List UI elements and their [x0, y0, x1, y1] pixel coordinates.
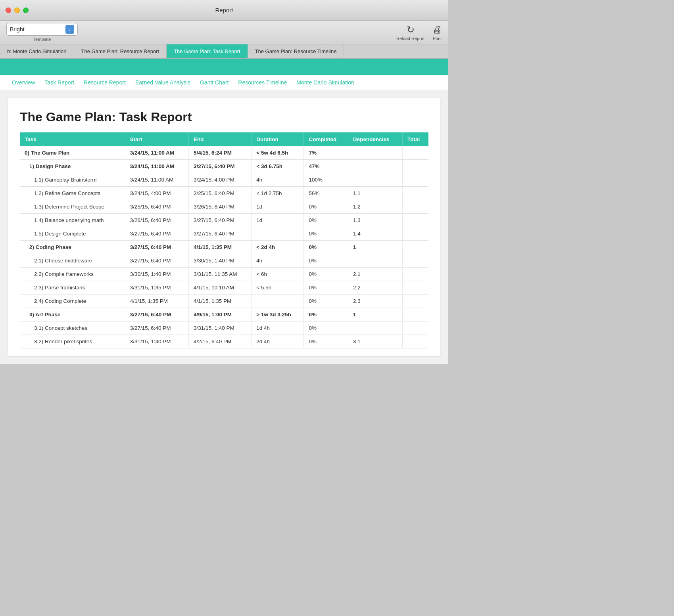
cell-dependencies: 3.1	[348, 335, 402, 348]
cell-duration: < 2d 4h	[252, 241, 304, 254]
cell-end: 3/31/15, 11:35 AM	[189, 268, 252, 281]
reload-label: Reload Report	[396, 36, 424, 41]
cell-start: 3/31/15, 1:40 PM	[125, 335, 188, 348]
nav-link-earned-value[interactable]: Earned Value Analysis	[135, 79, 190, 86]
report-header-banner	[0, 59, 448, 75]
cell-duration: 4h	[252, 173, 304, 187]
cell-task: 1.4) Balance underlying math	[20, 214, 125, 227]
cell-duration: 4h	[252, 254, 304, 268]
table-row: 1.2) Refine Game Concepts3/24/15, 4:00 P…	[20, 187, 428, 200]
cell-total	[402, 187, 428, 200]
cell-total	[402, 308, 428, 321]
cell-start: 3/27/15, 6:40 PM	[125, 254, 188, 268]
tab-task-report[interactable]: The Game Plan: Task Report	[167, 44, 248, 58]
cell-completed: 0%	[304, 200, 348, 214]
cell-start: 4/1/15, 1:35 PM	[125, 295, 188, 308]
cell-completed: 0%	[304, 308, 348, 321]
table-row: 1.3) Determine Project Scope3/25/15, 6:4…	[20, 200, 428, 214]
table-header: TaskStartEndDurationCompletedDependencie…	[20, 132, 428, 146]
tab-resource-timeline[interactable]: The Game Plan: Resource Timeline	[248, 44, 344, 58]
maximize-button[interactable]	[23, 8, 29, 13]
template-dropdown[interactable]: Bright ↕	[6, 23, 78, 36]
cell-total	[402, 227, 428, 241]
dropdown-arrow-icon[interactable]: ↕	[65, 25, 74, 34]
minimize-button[interactable]	[14, 8, 20, 13]
report-table: TaskStartEndDurationCompletedDependencie…	[20, 132, 428, 348]
cell-start: 3/27/15, 6:40 PM	[125, 241, 188, 254]
cell-dependencies	[348, 160, 402, 173]
reload-button[interactable]: ↻ Reload Report	[396, 24, 424, 41]
cell-total	[402, 214, 428, 227]
cell-start: 3/24/15, 11:00 AM	[125, 173, 188, 187]
cell-duration	[252, 227, 304, 241]
cell-completed: 0%	[304, 295, 348, 308]
cell-task: 3.1) Concept sketches	[20, 321, 125, 335]
nav-link-resources-timeline[interactable]: Resources Timeline	[238, 79, 287, 86]
cell-total	[402, 254, 428, 268]
cell-completed: 7%	[304, 146, 348, 160]
nav-link-resource-report[interactable]: Resource Report	[84, 79, 126, 86]
report-container: The Game Plan: Task Report TaskStartEndD…	[8, 98, 440, 356]
nav-link-task-report[interactable]: Task Report	[44, 79, 74, 86]
cell-dependencies: 2.3	[348, 295, 402, 308]
cell-duration: < 6h	[252, 268, 304, 281]
cell-end: 3/25/15, 6:40 PM	[189, 187, 252, 200]
cell-task: 2.1) Choose middleware	[20, 254, 125, 268]
cell-total	[402, 200, 428, 214]
close-button[interactable]	[6, 8, 11, 13]
column-header-completed: Completed	[304, 132, 348, 146]
cell-dependencies: 2.1	[348, 268, 402, 281]
cell-total	[402, 281, 428, 295]
nav-link-monte-carlo-sim[interactable]: Monte Carlo Simulation	[296, 79, 354, 86]
column-header-total: Total	[402, 132, 428, 146]
cell-total	[402, 295, 428, 308]
nav-link-overview[interactable]: Overview	[12, 79, 35, 86]
cell-task: 2) Coding Phase	[20, 241, 125, 254]
print-button[interactable]: 🖨 Print	[432, 24, 442, 41]
cell-completed: 0%	[304, 281, 348, 295]
table-header-row: TaskStartEndDurationCompletedDependencie…	[20, 132, 428, 146]
cell-total	[402, 268, 428, 281]
cell-end: 4/1/15, 10:10 AM	[189, 281, 252, 295]
cell-duration: 1d	[252, 200, 304, 214]
cell-duration: 2d 4h	[252, 335, 304, 348]
cell-dependencies: 1.1	[348, 187, 402, 200]
table-row: 3.2) Render pixel sprites3/31/15, 1:40 P…	[20, 335, 428, 348]
cell-task: 1) Design Phase	[20, 160, 125, 173]
cell-end: 3/26/15, 6:40 PM	[189, 200, 252, 214]
table-row: 1) Design Phase3/24/15, 11:00 AM3/27/15,…	[20, 160, 428, 173]
cell-start: 3/24/15, 11:00 AM	[125, 160, 188, 173]
tab-resource-report[interactable]: The Game Plan: Resource Report	[74, 44, 167, 58]
cell-completed: 56%	[304, 187, 348, 200]
cell-start: 3/24/15, 4:00 PM	[125, 187, 188, 200]
template-selector: Bright ↕ Template	[6, 23, 78, 42]
column-header-end: End	[189, 132, 252, 146]
cell-end: 3/30/15, 1:40 PM	[189, 254, 252, 268]
cell-end: 4/2/15, 6:40 PM	[189, 335, 252, 348]
cell-dependencies	[348, 173, 402, 187]
cell-task: 2.4) Coding Complete	[20, 295, 125, 308]
cell-completed: 47%	[304, 160, 348, 173]
table-row: 2.2) Compile frameworks3/30/15, 1:40 PM3…	[20, 268, 428, 281]
cell-dependencies	[348, 254, 402, 268]
cell-dependencies: 1	[348, 308, 402, 321]
cell-end: 5/4/15, 6:24 PM	[189, 146, 252, 160]
cell-start: 3/24/15, 11:00 AM	[125, 146, 188, 160]
cell-task: 2.2) Compile frameworks	[20, 268, 125, 281]
tab-monte-carlo[interactable]: h: Monte Carlo Simulation	[0, 44, 74, 58]
nav-link-gantt-chart[interactable]: Gantt Chart	[200, 79, 229, 86]
content-area: The Game Plan: Task Report TaskStartEndD…	[0, 90, 448, 364]
cell-task: 1.2) Refine Game Concepts	[20, 187, 125, 200]
cell-start: 3/30/15, 1:40 PM	[125, 268, 188, 281]
report-title: The Game Plan: Task Report	[20, 110, 428, 124]
cell-task: 2.3) Parse framistans	[20, 281, 125, 295]
cell-end: 4/9/15, 1:00 PM	[189, 308, 252, 321]
cell-dependencies: 1.4	[348, 227, 402, 241]
cell-completed: 0%	[304, 254, 348, 268]
cell-end: 4/1/15, 1:35 PM	[189, 295, 252, 308]
table-row: 2) Coding Phase3/27/15, 6:40 PM4/1/15, 1…	[20, 241, 428, 254]
cell-duration: < 3d 6.75h	[252, 160, 304, 173]
cell-end: 3/27/15, 6:40 PM	[189, 227, 252, 241]
cell-dependencies	[348, 146, 402, 160]
cell-dependencies: 2.2	[348, 281, 402, 295]
